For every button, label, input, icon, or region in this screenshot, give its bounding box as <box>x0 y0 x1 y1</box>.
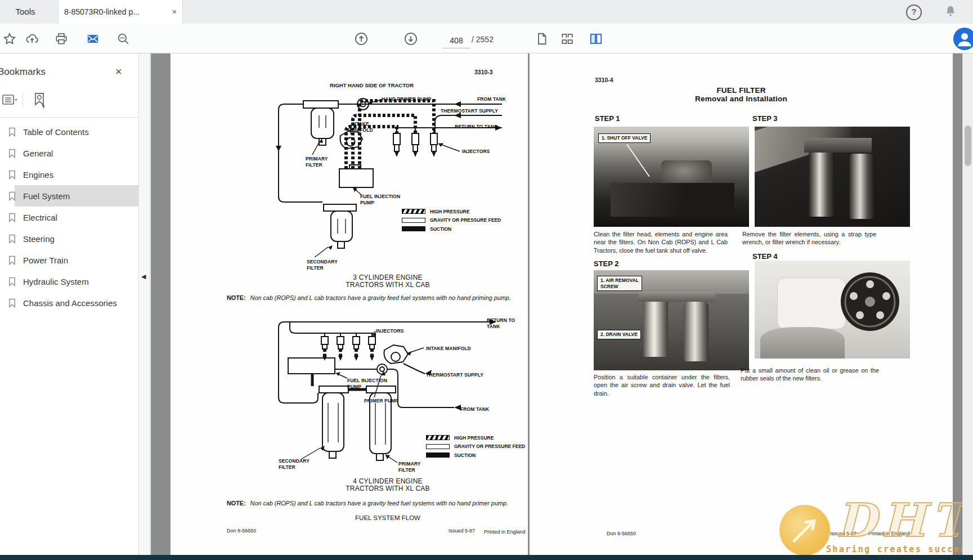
legend-label: SUCTION <box>430 226 451 232</box>
step4-caption: Put a small amount of clean oil or greas… <box>741 366 879 383</box>
flow-legend: HIGH PRESSURE GRAVITY OR PRESSURE FEED S… <box>402 207 501 234</box>
single-page-view-icon[interactable] <box>535 32 549 46</box>
filter-cylinder-shape <box>684 302 709 361</box>
two-page-view-icon[interactable] <box>589 32 603 46</box>
page-number-input[interactable] <box>442 33 470 48</box>
bookmarks-toolbar <box>0 91 139 111</box>
label-fuel-injection-pump: FUEL INJECTION PUMP <box>360 194 400 206</box>
diagram1-caption-1: 3 CYLINDER ENGINE <box>320 274 455 281</box>
email-icon[interactable] <box>86 32 100 46</box>
print-icon[interactable] <box>54 32 69 46</box>
bookmark-item-power-train[interactable]: Power Train <box>0 249 139 271</box>
filter-cylinder-shape <box>809 150 835 217</box>
filter-face-shape <box>839 271 901 333</box>
doc-code: Don 8-56650 <box>227 528 256 534</box>
diagram2-caption-2: TRACTORS WITH XL CAB <box>320 485 455 492</box>
label-primary-filter-2: PRIMARY FILTER <box>398 461 421 473</box>
bookmark-item-electrical[interactable]: Electrical <box>0 207 139 228</box>
page-number: 3310-4 <box>595 77 613 83</box>
legend-label: GRAVITY OR PRESSURE FEED <box>430 217 501 223</box>
bookmark-label: Fuel System <box>23 191 70 201</box>
printed-in: Printed in England <box>484 529 526 535</box>
document-tab-title: 8-85073R0-linked p... <box>64 7 169 16</box>
pdf-page-3310-4: 3310-4 FUEL FILTER Removal and Installat… <box>530 53 953 555</box>
legend-row: HIGH PRESSURE <box>402 207 501 216</box>
tab-tools[interactable]: Tools <box>0 0 51 24</box>
filter-head-shape <box>639 292 715 302</box>
legend-label: HIGH PRESSURE <box>454 435 494 441</box>
person-icon <box>953 28 973 50</box>
bookmark-flag-icon <box>8 213 16 222</box>
scrollbar-thumb[interactable] <box>965 126 971 166</box>
label-thermostart-supply: THERMOSTART SUPPLY <box>441 108 498 114</box>
label-return-to-tank: RETURN TO TANK <box>455 124 497 130</box>
favorite-star-icon[interactable] <box>2 32 17 46</box>
gravity-swatch <box>402 218 425 223</box>
find-bookmark-icon[interactable] <box>30 91 50 110</box>
page-title-line2: Removal and Installation <box>674 95 809 103</box>
label-return-to-tank-2: RETURN TO TANK <box>487 317 528 330</box>
bookmark-item-fuel-system[interactable]: Fuel System <box>0 185 139 207</box>
account-avatar[interactable] <box>953 28 973 50</box>
document-area[interactable]: 3310-3 <box>151 53 962 555</box>
photo-callout-drain-valve: 2. DRAIN VALVE <box>597 330 641 339</box>
diagram2-caption-1: 4 CYLINDER ENGINE <box>320 477 455 485</box>
legend-row: GRAVITY OR PRESSURE FEED <box>426 442 525 451</box>
note-label: NOTE: <box>227 500 246 507</box>
label-hand-primer-pump: HAND PRIMER PUMP <box>382 96 432 102</box>
doc-code: Don 8-56650 <box>607 531 636 536</box>
bookmark-item-hydraulic[interactable]: Hydraulic System <box>0 271 139 292</box>
bookmark-flag-icon <box>8 191 16 201</box>
bookmark-item-general[interactable]: General <box>0 142 139 164</box>
page-title-line1: FUEL FILTER <box>674 86 809 95</box>
step4-photo <box>755 261 910 359</box>
pdf-viewer-window: Tools 8-85073R0-linked p... × ? / 2552 B… <box>0 0 973 560</box>
bookmark-label: General <box>23 149 53 158</box>
bookmark-item-chassis[interactable]: Chassis and Accessories <box>0 292 139 313</box>
diagram1-caption-2: TRACTORS WITH XL CAB <box>320 281 455 289</box>
toolbar-separator <box>23 92 23 108</box>
notifications-bell-icon[interactable] <box>943 4 958 19</box>
bookmarks-close-icon[interactable]: × <box>115 65 122 78</box>
bookmark-flag-icon <box>8 256 16 265</box>
help-icon[interactable]: ? <box>906 5 922 20</box>
watermark-slogan: Sharing creates success <box>826 544 962 554</box>
bookmark-options-icon[interactable] <box>1 92 18 109</box>
fuel-system-flow-title: FUEL SYSTEM FLOW <box>320 514 455 521</box>
next-page-icon[interactable] <box>403 32 418 46</box>
label-primer-pump: PRIMER PUMP <box>364 398 398 404</box>
pdf-page-3310-3: 3310-3 <box>171 53 528 555</box>
label-intake-manifold-2: INTAKE MANIFOLD <box>426 346 471 352</box>
bookmark-item-engines[interactable]: Engines <box>0 164 139 185</box>
vertical-scrollbar[interactable] <box>962 53 973 555</box>
bookmark-flag-icon <box>8 277 16 286</box>
toolbar: / 2552 <box>0 24 973 53</box>
bookmark-item-steering[interactable]: Steering <box>0 228 139 249</box>
bookmark-label: Engines <box>23 170 53 180</box>
cloud-upload-icon[interactable] <box>25 32 39 46</box>
legend-label: SUCTION <box>454 453 476 458</box>
photo-callout-air-removal-screw: 1. AIR REMOVAL SCREW <box>597 276 642 291</box>
tab-document[interactable]: 8-85073R0-linked p... × <box>58 0 183 24</box>
panel-rail: ◀ <box>140 53 150 555</box>
legend-row: HIGH PRESSURE <box>426 433 525 442</box>
bookmark-item-toc[interactable]: Table of Contents <box>0 121 139 142</box>
label-from-tank: FROM TANK <box>477 96 506 102</box>
close-tab-icon[interactable]: × <box>172 7 177 16</box>
watermark-arrow-badge <box>779 505 830 555</box>
previous-page-icon[interactable] <box>354 32 369 46</box>
bookmark-label: Power Train <box>23 256 68 265</box>
engine-shadow-shape <box>611 183 734 217</box>
label-secondary-filter-2: SECONDARY FILTER <box>279 458 310 471</box>
panel-divider <box>0 117 139 118</box>
page-total-label: / 2552 <box>472 35 494 44</box>
filter-cylinder-shape <box>643 298 668 357</box>
search-zoom-icon[interactable] <box>116 32 131 46</box>
page-number: 3310-3 <box>474 69 493 75</box>
gravity-swatch <box>426 444 450 449</box>
label-fuel-injection-pump-2: FUEL INJECTION PUMP <box>347 378 387 390</box>
page-thumbnails-icon[interactable] <box>560 32 575 46</box>
bookmark-label: Table of Contents <box>23 127 89 137</box>
arrow-up-right-icon <box>779 505 830 555</box>
collapse-panel-icon[interactable]: ◀ <box>141 273 146 280</box>
